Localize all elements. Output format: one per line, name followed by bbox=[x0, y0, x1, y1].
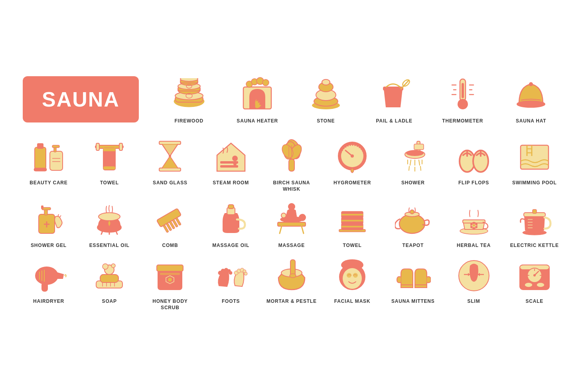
icon-flip-flops: FLIP FLOPS bbox=[448, 136, 500, 192]
svg-rect-179 bbox=[290, 260, 295, 276]
svg-point-136 bbox=[475, 223, 478, 225]
icon-shower: SHOWER bbox=[387, 136, 439, 192]
sauna-title: SAUNA bbox=[23, 76, 139, 122]
svg-point-139 bbox=[470, 226, 473, 228]
svg-rect-57 bbox=[220, 165, 238, 168]
svg-rect-47 bbox=[103, 148, 115, 151]
svg-rect-113 bbox=[228, 205, 234, 209]
shower-gel-icon bbox=[29, 199, 69, 239]
svg-point-172 bbox=[229, 271, 232, 274]
icon-sauna-hat: SAUNA HAT bbox=[505, 74, 557, 124]
massage-oil-icon bbox=[211, 199, 251, 239]
icon-shower-gel: SHOWER GEL bbox=[23, 199, 75, 249]
svg-point-149 bbox=[36, 267, 58, 284]
steam-room-icon bbox=[211, 136, 251, 176]
shower-label: SHOWER bbox=[401, 180, 425, 186]
massage-icon bbox=[272, 199, 312, 239]
facial-mask-icon bbox=[332, 255, 372, 294]
svg-rect-65 bbox=[289, 159, 294, 171]
svg-point-177 bbox=[244, 272, 247, 275]
icon-massage: MASSAGE bbox=[266, 199, 318, 249]
towel2-label: TOWEL bbox=[343, 243, 362, 249]
beauty-care-icon bbox=[29, 136, 69, 176]
svg-point-33 bbox=[517, 101, 545, 107]
soap-label: SOAP bbox=[102, 298, 117, 305]
teapot-label: TEAPOT bbox=[403, 243, 424, 249]
icon-pail-ladle: PAIL & LADLE bbox=[368, 74, 420, 124]
icon-towel1: TOWEL bbox=[83, 136, 135, 192]
scale-label: SCALE bbox=[525, 298, 543, 305]
electric-kettle-icon bbox=[515, 199, 554, 239]
svg-line-116 bbox=[302, 226, 304, 233]
row2-icons: BEAUTY CARE TOWEL bbox=[23, 136, 565, 192]
mortar-pestle-label: MORTAR & PESTLE bbox=[266, 298, 317, 305]
svg-point-58 bbox=[232, 156, 238, 161]
foots-icon bbox=[211, 255, 251, 294]
svg-line-76 bbox=[419, 160, 420, 165]
svg-rect-37 bbox=[34, 168, 47, 171]
shower-gel-label: SHOWER GEL bbox=[31, 243, 67, 249]
row4-icons: HAIRDRYER bbox=[23, 255, 565, 311]
svg-line-78 bbox=[409, 166, 409, 170]
firewood-label: FIREWOOD bbox=[174, 118, 203, 124]
svg-rect-88 bbox=[521, 145, 549, 169]
icon-massage-oil: MASSAGE OIL bbox=[205, 199, 257, 249]
sauna-mittens-icon bbox=[393, 255, 433, 294]
row3-icons: SHOWER GEL bbox=[23, 199, 565, 249]
facial-mask-label: FACIAL MASK bbox=[334, 298, 371, 305]
svg-point-184 bbox=[347, 273, 351, 278]
svg-point-135 bbox=[473, 222, 475, 224]
svg-rect-114 bbox=[278, 222, 306, 226]
icon-sand-glass: SAND GLASS bbox=[144, 136, 196, 192]
towel1-label: TOWEL bbox=[100, 180, 119, 186]
header-row: SAUNA bbox=[23, 74, 565, 124]
svg-point-34 bbox=[529, 82, 533, 86]
icon-birch-whisk: BIRCH SAUNA WHISK bbox=[266, 136, 318, 192]
swimming-pool-label: SWIMMING POOL bbox=[512, 180, 557, 186]
icon-hygrometer: HYGROMETER bbox=[326, 136, 378, 192]
svg-point-140 bbox=[470, 223, 473, 225]
icon-thermometer: THERMOMETER bbox=[437, 74, 489, 124]
icon-towel2: TOWEL bbox=[326, 199, 378, 249]
pail-ladle-label: PAIL & LADLE bbox=[376, 118, 412, 124]
svg-rect-48 bbox=[103, 166, 115, 170]
sauna-mittens-label: SAUNA MITTENS bbox=[391, 298, 435, 305]
soap-icon bbox=[89, 255, 129, 294]
main-container: SAUNA bbox=[15, 62, 573, 329]
svg-line-74 bbox=[410, 160, 411, 165]
herbal-tea-label: HERBAL TEA bbox=[457, 243, 491, 249]
svg-rect-144 bbox=[533, 209, 537, 213]
svg-rect-167 bbox=[160, 273, 180, 275]
swimming-pool-icon bbox=[515, 136, 554, 176]
icon-steam-room: STEAM ROOM bbox=[205, 136, 257, 192]
svg-point-185 bbox=[353, 273, 358, 278]
svg-rect-44 bbox=[96, 143, 99, 150]
beauty-care-label: BEAUTY CARE bbox=[30, 180, 67, 186]
svg-rect-150 bbox=[42, 282, 47, 291]
svg-point-26 bbox=[458, 99, 468, 109]
stone-label: STONE bbox=[317, 118, 335, 124]
svg-rect-159 bbox=[100, 274, 118, 282]
essential-oil-icon bbox=[89, 199, 129, 239]
svg-rect-126 bbox=[341, 226, 363, 227]
sauna-hat-icon bbox=[511, 74, 551, 114]
svg-point-183 bbox=[343, 268, 362, 289]
electric-kettle-label: ELECTRIC KETTLE bbox=[510, 243, 559, 249]
svg-point-202 bbox=[537, 282, 545, 287]
svg-point-121 bbox=[288, 203, 295, 210]
steam-room-label: STEAM ROOM bbox=[213, 180, 249, 186]
essential-oil-label: ESSENTIAL OIL bbox=[89, 243, 130, 249]
thermometer-icon bbox=[443, 74, 483, 114]
svg-point-137 bbox=[475, 226, 478, 228]
scale-icon bbox=[515, 255, 554, 294]
herbal-tea-icon bbox=[454, 199, 494, 239]
icon-swimming-pool: SWIMMING POOL bbox=[509, 136, 560, 192]
icon-stone: STONE bbox=[300, 74, 352, 124]
icon-essential-oil: ESSENTIAL OIL bbox=[83, 199, 135, 249]
icon-beauty-care: BEAUTY CARE bbox=[23, 136, 75, 192]
birch-whisk-label: BIRCH SAUNA WHISK bbox=[266, 180, 318, 192]
svg-point-15 bbox=[262, 79, 269, 86]
icon-teapot: TEAPOT bbox=[387, 199, 439, 249]
svg-point-118 bbox=[299, 214, 306, 221]
svg-point-129 bbox=[399, 214, 425, 233]
